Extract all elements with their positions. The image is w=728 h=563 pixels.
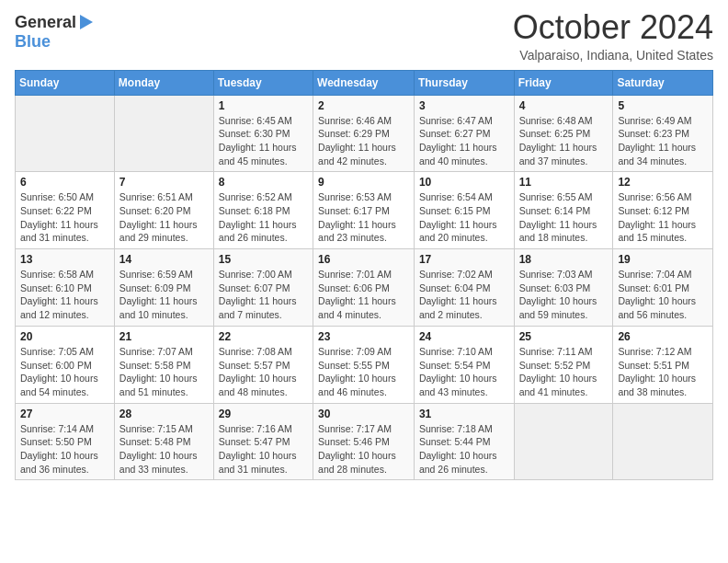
day-number: 20 — [20, 330, 109, 343]
day-number: 9 — [318, 176, 409, 189]
day-number: 5 — [618, 99, 708, 112]
day-info: Sunrise: 6:54 AMSunset: 6:15 PMDaylight:… — [419, 190, 509, 245]
day-info: Sunrise: 7:04 AMSunset: 6:01 PMDaylight:… — [618, 268, 708, 322]
day-number: 6 — [20, 176, 109, 189]
table-row: 8Sunrise: 6:52 AMSunset: 6:18 PMDaylight… — [213, 172, 313, 249]
day-info: Sunrise: 6:55 AMSunset: 6:14 PMDaylight:… — [519, 190, 609, 245]
table-row: 20Sunrise: 7:05 AMSunset: 6:00 PMDayligh… — [16, 326, 115, 403]
day-number: 21 — [119, 330, 209, 343]
day-number: 13 — [20, 253, 109, 266]
day-info: Sunrise: 6:49 AMSunset: 6:23 PMDaylight:… — [618, 114, 708, 168]
day-info: Sunrise: 7:03 AMSunset: 6:03 PMDaylight:… — [519, 268, 609, 322]
day-number: 25 — [519, 330, 609, 343]
day-number: 11 — [519, 176, 609, 189]
col-thursday: Thursday — [414, 70, 514, 95]
day-info: Sunrise: 7:16 AMSunset: 5:47 PMDaylight:… — [219, 422, 308, 477]
logo-arrow-icon — [80, 15, 93, 29]
day-number: 12 — [618, 176, 708, 189]
table-row: 26Sunrise: 7:12 AMSunset: 5:51 PMDayligh… — [613, 326, 713, 403]
day-number: 28 — [119, 408, 209, 420]
table-row: 31Sunrise: 7:18 AMSunset: 5:44 PMDayligh… — [414, 403, 514, 480]
logo-blue-text: Blue — [15, 32, 51, 52]
table-row: 28Sunrise: 7:15 AMSunset: 5:48 PMDayligh… — [114, 403, 213, 480]
day-info: Sunrise: 6:47 AMSunset: 6:27 PMDaylight:… — [419, 114, 509, 168]
page: General Blue October 2024 Valparaiso, In… — [0, 0, 728, 495]
day-number: 7 — [119, 176, 209, 189]
table-row: 18Sunrise: 7:03 AMSunset: 6:03 PMDayligh… — [514, 249, 613, 327]
header: General Blue October 2024 Valparaiso, In… — [15, 9, 713, 63]
day-info: Sunrise: 7:14 AMSunset: 5:50 PMDaylight:… — [20, 422, 109, 477]
table-row — [114, 95, 213, 172]
table-row: 10Sunrise: 6:54 AMSunset: 6:15 PMDayligh… — [414, 172, 514, 249]
calendar-week-row: 13Sunrise: 6:58 AMSunset: 6:10 PMDayligh… — [16, 249, 713, 327]
calendar-week-row: 20Sunrise: 7:05 AMSunset: 6:00 PMDayligh… — [16, 326, 713, 403]
table-row: 9Sunrise: 6:53 AMSunset: 6:17 PMDaylight… — [313, 172, 415, 249]
day-info: Sunrise: 6:45 AMSunset: 6:30 PMDaylight:… — [219, 114, 308, 168]
col-tuesday: Tuesday — [213, 70, 313, 95]
table-row: 21Sunrise: 7:07 AMSunset: 5:58 PMDayligh… — [114, 326, 213, 403]
table-row: 11Sunrise: 6:55 AMSunset: 6:14 PMDayligh… — [514, 172, 613, 249]
day-info: Sunrise: 7:11 AMSunset: 5:52 PMDaylight:… — [519, 345, 609, 399]
day-number: 23 — [318, 330, 409, 343]
day-number: 3 — [419, 99, 509, 112]
table-row: 22Sunrise: 7:08 AMSunset: 5:57 PMDayligh… — [213, 326, 313, 403]
day-info: Sunrise: 6:48 AMSunset: 6:25 PMDaylight:… — [519, 114, 609, 168]
page-title: October 2024 — [513, 9, 713, 46]
day-number: 24 — [419, 330, 509, 343]
table-row: 4Sunrise: 6:48 AMSunset: 6:25 PMDaylight… — [514, 95, 613, 172]
table-row: 1Sunrise: 6:45 AMSunset: 6:30 PMDaylight… — [213, 95, 313, 172]
table-row: 6Sunrise: 6:50 AMSunset: 6:22 PMDaylight… — [16, 172, 115, 249]
calendar-week-row: 27Sunrise: 7:14 AMSunset: 5:50 PMDayligh… — [16, 403, 713, 480]
day-number: 4 — [519, 99, 609, 112]
logo: General Blue — [15, 9, 93, 52]
day-info: Sunrise: 6:52 AMSunset: 6:18 PMDaylight:… — [219, 190, 308, 245]
day-info: Sunrise: 6:59 AMSunset: 6:09 PMDaylight:… — [119, 268, 209, 322]
day-info: Sunrise: 6:53 AMSunset: 6:17 PMDaylight:… — [318, 190, 409, 245]
day-number: 15 — [219, 253, 308, 266]
table-row: 13Sunrise: 6:58 AMSunset: 6:10 PMDayligh… — [16, 249, 115, 327]
table-row: 29Sunrise: 7:16 AMSunset: 5:47 PMDayligh… — [213, 403, 313, 480]
table-row — [16, 95, 115, 172]
table-row: 3Sunrise: 6:47 AMSunset: 6:27 PMDaylight… — [414, 95, 514, 172]
title-block: October 2024 Valparaiso, Indiana, United… — [513, 9, 713, 63]
calendar-week-row: 6Sunrise: 6:50 AMSunset: 6:22 PMDaylight… — [16, 172, 713, 249]
day-number: 18 — [519, 253, 609, 266]
table-row: 19Sunrise: 7:04 AMSunset: 6:01 PMDayligh… — [613, 249, 713, 327]
col-friday: Friday — [514, 70, 613, 95]
table-row: 12Sunrise: 6:56 AMSunset: 6:12 PMDayligh… — [613, 172, 713, 249]
table-row — [613, 403, 713, 480]
col-saturday: Saturday — [613, 70, 713, 95]
table-row — [514, 403, 613, 480]
table-row: 16Sunrise: 7:01 AMSunset: 6:06 PMDayligh… — [313, 249, 415, 327]
day-number: 1 — [219, 99, 308, 112]
day-info: Sunrise: 7:12 AMSunset: 5:51 PMDaylight:… — [618, 345, 708, 399]
day-info: Sunrise: 7:17 AMSunset: 5:46 PMDaylight:… — [318, 422, 409, 477]
day-number: 22 — [219, 330, 308, 343]
table-row: 14Sunrise: 6:59 AMSunset: 6:09 PMDayligh… — [114, 249, 213, 327]
day-number: 10 — [419, 176, 509, 189]
day-info: Sunrise: 7:02 AMSunset: 6:04 PMDaylight:… — [419, 268, 509, 322]
day-number: 31 — [419, 408, 509, 420]
table-row: 24Sunrise: 7:10 AMSunset: 5:54 PMDayligh… — [414, 326, 514, 403]
table-row: 23Sunrise: 7:09 AMSunset: 5:55 PMDayligh… — [313, 326, 415, 403]
table-row: 25Sunrise: 7:11 AMSunset: 5:52 PMDayligh… — [514, 326, 613, 403]
table-row: 17Sunrise: 7:02 AMSunset: 6:04 PMDayligh… — [414, 249, 514, 327]
day-number: 29 — [219, 408, 308, 420]
logo-general-text: General — [15, 13, 76, 32]
calendar-header-row: Sunday Monday Tuesday Wednesday Thursday… — [16, 70, 713, 95]
day-info: Sunrise: 6:58 AMSunset: 6:10 PMDaylight:… — [20, 268, 109, 322]
day-info: Sunrise: 7:18 AMSunset: 5:44 PMDaylight:… — [419, 422, 509, 477]
day-info: Sunrise: 6:56 AMSunset: 6:12 PMDaylight:… — [618, 190, 708, 245]
day-number: 8 — [219, 176, 308, 189]
day-info: Sunrise: 7:10 AMSunset: 5:54 PMDaylight:… — [419, 345, 509, 399]
day-info: Sunrise: 7:00 AMSunset: 6:07 PMDaylight:… — [219, 268, 308, 322]
col-monday: Monday — [114, 70, 213, 95]
day-number: 2 — [318, 99, 409, 112]
day-info: Sunrise: 7:15 AMSunset: 5:48 PMDaylight:… — [119, 422, 209, 477]
table-row: 15Sunrise: 7:00 AMSunset: 6:07 PMDayligh… — [213, 249, 313, 327]
subtitle: Valparaiso, Indiana, United States — [513, 48, 713, 63]
col-sunday: Sunday — [16, 70, 115, 95]
day-info: Sunrise: 6:50 AMSunset: 6:22 PMDaylight:… — [20, 190, 109, 245]
table-row: 2Sunrise: 6:46 AMSunset: 6:29 PMDaylight… — [313, 95, 415, 172]
day-number: 19 — [618, 253, 708, 266]
